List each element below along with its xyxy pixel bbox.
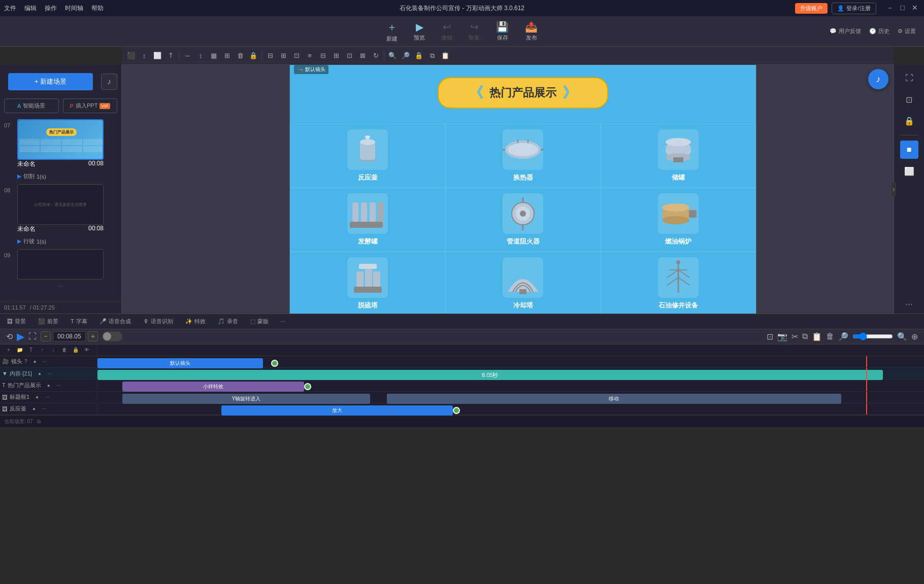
music-button[interactable]: ♪ [101,74,117,90]
zoom-out-pb-button[interactable]: 🔎 [838,332,848,341]
paste-icon[interactable]: 📋 [439,50,451,62]
copy-icon[interactable]: ⧉ [426,50,438,62]
camera-help-icon[interactable]: ? [24,359,27,364]
publish-tool[interactable]: 📤 发布 [525,21,538,42]
reaction-keyframe-dot[interactable] [453,407,460,414]
text-track-button[interactable]: T [26,346,36,355]
fullscreen-button[interactable]: ⛶ [28,332,37,341]
visibility-button[interactable]: 👁 [82,346,91,355]
reaction-more-button[interactable]: ··· [40,404,49,414]
effect-button[interactable]: ✨ 特效 [182,317,209,326]
minimize-button[interactable]: － [884,4,896,13]
voice-compose-button[interactable]: 🎤 语音合成 [96,317,134,326]
color-panel-button[interactable]: ■ [900,141,918,159]
product-cell-0[interactable]: 反应釜 [290,124,445,188]
new-tool[interactable]: ＋ 新建 [386,20,398,43]
delete-icon[interactable]: 🗑 [234,50,246,62]
rotate-icon[interactable]: ↻ [370,50,382,62]
expand-content-icon[interactable]: ▼ [2,370,8,376]
title-block-2[interactable]: 移动 [387,394,841,404]
time-plus-button[interactable]: ＋ [88,331,98,341]
zoom-in-icon[interactable]: 🔍 [386,50,399,62]
upgrade-button[interactable]: 升级账户 [795,3,828,14]
record-button[interactable]: 🎵 录音 [215,317,241,326]
title-block-1[interactable]: Y轴旋转进入 [122,394,370,404]
menu-operate[interactable]: 操作 [45,4,57,13]
zoom-icon-2[interactable]: ⊠ [356,50,369,62]
feedback-tool[interactable]: 💬 用户反馈 [830,27,861,35]
collapse-right-button[interactable]: › [892,183,896,196]
product-cell-2[interactable]: 储罐 [601,124,756,188]
content-vis-button[interactable]: ● [35,369,44,378]
product-cell-5[interactable]: 燃油锅炉 [601,188,756,252]
product-cell-3[interactable]: 发酵罐 [290,188,445,252]
camera-block[interactable]: 默认镜头 [97,358,263,368]
text-more-button[interactable]: ··· [54,381,63,390]
copy-scene-icon[interactable]: ⧉ [37,419,41,425]
content-more-button[interactable]: ··· [45,369,54,378]
grid-icon[interactable]: ⊞ [277,50,289,62]
fg-button[interactable]: ⬛ 前景 [35,317,61,326]
scene-thumb-07[interactable]: 热门产品展示 [17,119,104,160]
settings-tool[interactable]: ⚙ 设置 [898,27,916,35]
align-distribute-icon[interactable]: ⊟ [264,50,276,62]
play-button[interactable]: ▶ [17,330,24,342]
add-track-button[interactable]: + [4,346,13,355]
product-cell-7[interactable]: 冷却塔 [445,252,601,314]
login-button[interactable]: 👤 登录/注册 [832,3,876,14]
undo-tool[interactable]: ↩ 撤销 [441,21,452,42]
preview-tool[interactable]: ▶ 预览 [414,21,425,42]
texture-panel-button[interactable]: ⬜ [900,162,918,180]
bring-forward-icon[interactable]: ⊞ [330,50,342,62]
reaction-vis-button[interactable]: ● [29,404,39,414]
zoom-in-pb-button[interactable]: 🔍 [897,332,907,341]
send-back-icon[interactable]: ⊟ [317,50,329,62]
camera-more-button[interactable]: ··· [41,357,50,366]
lock-canvas-button[interactable]: 🔒 [900,112,918,130]
lock-track-button[interactable]: 🔒 [71,346,80,355]
menu-help[interactable]: 帮助 [91,4,104,13]
title-more-button[interactable]: ··· [43,393,52,402]
ungroup-icon[interactable]: ⊞ [221,50,233,62]
copy-pb-button[interactable]: ⧉ [802,332,808,341]
align-right-icon[interactable]: ⬜ [151,50,163,62]
fit-button[interactable]: ⊡ [767,332,773,341]
cut-tool-button[interactable]: ✂ [791,332,798,341]
paste-pb-button[interactable]: 📋 [812,332,822,341]
mask-button[interactable]: ⬚ 蒙版 [247,317,272,326]
snap-icon[interactable]: ⊡ [290,50,303,62]
more-options-button[interactable]: ··· [905,299,913,310]
text-keyframe-dot[interactable] [304,383,311,390]
voice-recognize-button[interactable]: 🎙 语音识别 [140,317,176,326]
align-center-v-icon[interactable]: ↕ [138,50,150,62]
reaction-block[interactable]: 放大 [221,405,453,416]
insert-ppt-button[interactable]: P 插入PPT VIP [63,98,118,113]
more-timeline-button[interactable]: ··· [278,317,288,325]
text-block[interactable]: 小样特效 [122,382,304,392]
product-cell-8[interactable]: 石油修井设备 [601,252,756,314]
time-minus-button[interactable]: － [41,331,51,341]
camera-vis-button[interactable]: ● [30,357,40,366]
group-icon[interactable]: ▦ [208,50,220,62]
flip-v-icon[interactable]: ↕ [194,50,207,62]
folder-button[interactable]: 📁 [15,346,24,355]
camera-keyframe-dot[interactable] [271,360,278,367]
add-keyframe-button[interactable]: ⊕ [911,332,918,341]
move-up-button[interactable]: ↑ [38,346,47,355]
move-down-button[interactable]: ↓ [49,346,58,355]
history-tool[interactable]: 🕐 历史 [869,27,889,35]
rewind-button[interactable]: ⟲ [6,332,13,341]
zoom-icon-1[interactable]: ⊡ [343,50,355,62]
fit-screen-button[interactable]: ⛶ [900,69,918,87]
caption-button[interactable]: T 字幕 [68,317,90,326]
new-scene-button[interactable]: + 新建场景 [8,73,93,90]
scene-thumb-09[interactable] [17,249,104,280]
delete-pb-button[interactable]: 🗑 [826,332,834,341]
aspect-ratio-button[interactable]: ⊡ [900,90,918,109]
align-top-icon[interactable]: ⤒ [164,50,177,62]
align-left-icon[interactable]: ⬛ [125,50,137,62]
product-cell-1[interactable]: 换热器 [445,124,601,188]
maximize-button[interactable]: □ [899,4,907,13]
save-tool[interactable]: 💾 保存 [496,21,509,42]
zoom-out-icon[interactable]: 🔎 [400,50,412,62]
